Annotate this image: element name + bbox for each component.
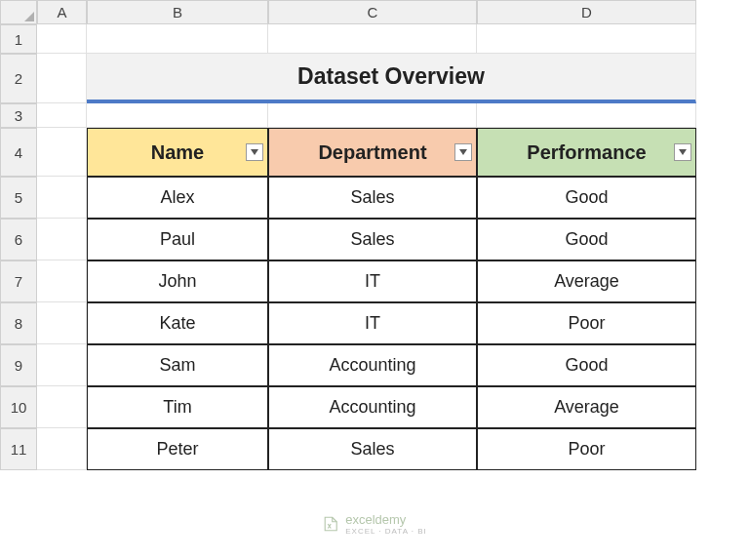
table-row[interactable]: IT (268, 302, 477, 344)
row-header-3[interactable]: 3 (0, 103, 37, 128)
cell-d1[interactable] (477, 24, 696, 54)
row-header-1[interactable]: 1 (0, 24, 37, 54)
cell-a3[interactable] (37, 103, 87, 128)
cell-a5[interactable] (37, 177, 87, 219)
table-row[interactable]: Accounting (268, 344, 477, 386)
filter-button-name[interactable] (246, 143, 263, 161)
select-all-corner[interactable] (0, 0, 37, 24)
cell-a1[interactable] (37, 24, 87, 54)
table-row[interactable]: Sales (268, 219, 477, 260)
cell-a2[interactable] (37, 54, 87, 103)
row-header-8[interactable]: 8 (0, 302, 37, 344)
chevron-down-icon (251, 149, 258, 155)
cell-a10[interactable] (37, 386, 87, 428)
table-row[interactable]: Sales (268, 177, 477, 219)
row-header-11[interactable]: 11 (0, 428, 37, 470)
table-row[interactable]: John (87, 260, 268, 302)
filter-button-department[interactable] (454, 143, 472, 161)
table-row[interactable]: Average (477, 260, 696, 302)
table-row[interactable]: Kate (87, 302, 268, 344)
watermark-name: exceldemy (345, 512, 406, 527)
row-header-9[interactable]: 9 (0, 344, 37, 386)
chevron-down-icon (459, 149, 467, 155)
col-header-c[interactable]: C (268, 0, 477, 24)
watermark: exceldemy EXCEL · DATA · BI (322, 512, 427, 536)
row-header-6[interactable]: 6 (0, 219, 37, 260)
watermark-sub: EXCEL · DATA · BI (345, 527, 427, 536)
table-header-performance[interactable]: Performance (477, 128, 696, 177)
spreadsheet-grid: A B C D 1 2 Dataset Overview 3 4 Name De… (0, 0, 749, 470)
table-row[interactable]: Tim (87, 386, 268, 428)
row-header-10[interactable]: 10 (0, 386, 37, 428)
cell-c1[interactable] (268, 24, 477, 54)
header-name-label: Name (151, 141, 204, 164)
table-row[interactable]: Alex (87, 177, 268, 219)
table-row[interactable]: Poor (477, 302, 696, 344)
cell-a9[interactable] (37, 344, 87, 386)
table-row[interactable]: Good (477, 177, 696, 219)
table-row[interactable]: Paul (87, 219, 268, 260)
header-perf-label: Performance (527, 141, 646, 164)
table-row[interactable]: IT (268, 260, 477, 302)
table-row[interactable]: Good (477, 219, 696, 260)
cell-d3[interactable] (477, 103, 696, 128)
cell-a4[interactable] (37, 128, 87, 177)
cell-b1[interactable] (87, 24, 268, 54)
cell-a7[interactable] (37, 260, 87, 302)
col-header-d[interactable]: D (477, 0, 696, 24)
table-row[interactable]: Sales (268, 428, 477, 470)
cell-c3[interactable] (268, 103, 477, 128)
header-dept-label: Department (318, 141, 426, 164)
cell-a8[interactable] (37, 302, 87, 344)
table-header-name[interactable]: Name (87, 128, 268, 177)
col-header-b[interactable]: B (87, 0, 268, 24)
table-header-department[interactable]: Department (268, 128, 477, 177)
row-header-4[interactable]: 4 (0, 128, 37, 177)
table-row[interactable]: Poor (477, 428, 696, 470)
table-row[interactable]: Peter (87, 428, 268, 470)
row-header-2[interactable]: 2 (0, 54, 37, 103)
table-row[interactable]: Average (477, 386, 696, 428)
cell-b3[interactable] (87, 103, 268, 128)
row-header-7[interactable]: 7 (0, 260, 37, 302)
col-header-a[interactable]: A (37, 0, 87, 24)
table-row[interactable]: Good (477, 344, 696, 386)
table-row[interactable]: Accounting (268, 386, 477, 428)
cell-a11[interactable] (37, 428, 87, 470)
filter-button-performance[interactable] (674, 143, 691, 161)
chevron-down-icon (679, 149, 687, 155)
row-header-5[interactable]: 5 (0, 177, 37, 219)
exceldemy-icon (322, 515, 339, 533)
table-row[interactable]: Sam (87, 344, 268, 386)
cell-a6[interactable] (37, 219, 87, 260)
dataset-title[interactable]: Dataset Overview (87, 54, 696, 103)
